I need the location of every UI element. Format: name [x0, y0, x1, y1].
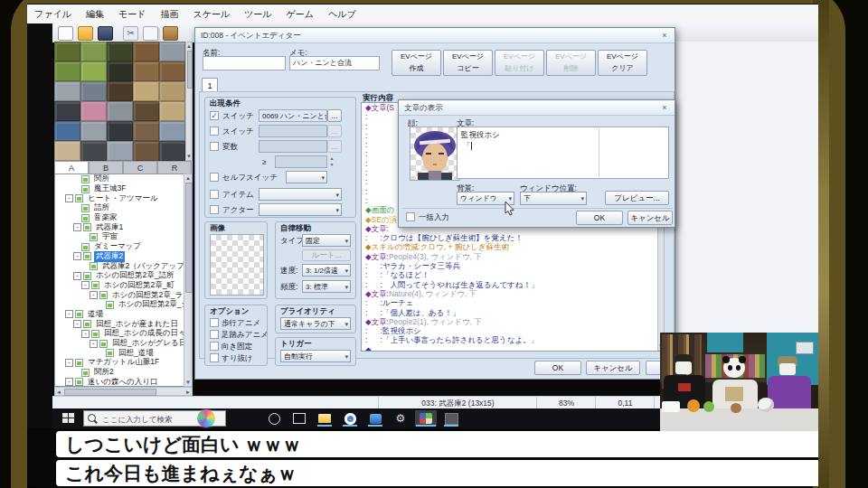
map-tile[interactable] [159, 42, 185, 61]
cancel-button[interactable]: キャンセル [627, 211, 673, 225]
selfswitch-checkbox[interactable] [210, 173, 219, 182]
event-command-row[interactable]: ◆ [362, 345, 664, 352]
switch1-checkbox[interactable]: ✓ [210, 111, 219, 120]
name-input[interactable] [203, 56, 286, 70]
event-command-row[interactable]: : :ルーチェ [362, 298, 664, 307]
tree-expander-icon[interactable]: - [65, 378, 73, 386]
scroll-down-icon[interactable]: ▼ [184, 379, 192, 386]
tree-expander-icon[interactable]: - [65, 310, 73, 318]
route-button[interactable]: ルート... [302, 249, 351, 261]
palette-tab-c[interactable]: C [123, 161, 157, 174]
map-tree-item[interactable]: -ヒート・アツマール [55, 193, 184, 203]
map-tree-item[interactable]: ホシの回想第2章_シータの [55, 300, 184, 310]
map-tile[interactable] [54, 42, 80, 61]
menu-item[interactable]: ツール [237, 8, 278, 21]
event-command-row[interactable]: ◆文章:People4(3), ウィンドウ, 下 [362, 252, 664, 261]
switch2-checkbox[interactable] [210, 127, 219, 136]
start-button[interactable] [58, 411, 80, 426]
dark-app-icon[interactable] [440, 410, 462, 427]
menu-item[interactable]: モード [111, 8, 153, 21]
variable-value[interactable] [259, 140, 327, 153]
map-tree-item[interactable]: -武器庫1 [55, 222, 184, 232]
map-tile[interactable] [80, 141, 107, 161]
map-tile[interactable] [159, 141, 185, 161]
menu-item[interactable]: ファイル [27, 8, 79, 21]
page-tab-1[interactable]: 1 [202, 78, 218, 92]
new-file-icon[interactable] [58, 26, 73, 41]
priority-select[interactable]: 通常キャラの下 [280, 317, 351, 330]
trigger-select[interactable]: 自動実行 [280, 350, 351, 362]
map-tile[interactable] [80, 121, 107, 141]
map-tile[interactable] [133, 141, 159, 161]
tree-scrollbar[interactable]: ▲ ▼ [184, 174, 193, 387]
batch-entry-checkbox[interactable] [406, 212, 415, 221]
rpg-maker-icon[interactable] [415, 410, 437, 427]
menu-item[interactable]: スケール [185, 8, 237, 21]
settings-gear-icon[interactable]: ⚙ [390, 410, 411, 427]
event-command-row[interactable]: : :ヤラカ・シータ三等兵 [362, 261, 664, 270]
selfswitch-select[interactable] [286, 171, 327, 183]
map-tile[interactable] [133, 81, 159, 101]
fix-direction-checkbox[interactable] [210, 342, 219, 351]
cortana-icon[interactable] [263, 410, 285, 427]
walk-anim-checkbox[interactable] [210, 318, 219, 327]
event-command-row[interactable]: : :監視役ホシ [362, 326, 664, 335]
event-image-box[interactable] [210, 234, 264, 296]
map-tile[interactable] [107, 101, 133, 121]
spinner-icon[interactable]: ▲▼ [327, 155, 336, 168]
tile-palette[interactable] [54, 42, 185, 161]
event-command-row[interactable]: ◆スキルの増減:クロウ, + 腕ひしぎ蘇生術 [362, 242, 664, 251]
map-tile[interactable] [107, 121, 133, 141]
map-tree-item[interactable]: 詰所 [55, 203, 184, 213]
tree-expander-icon[interactable]: - [73, 320, 81, 328]
tree-expander-icon[interactable]: - [73, 272, 81, 280]
map-tile[interactable] [107, 81, 133, 101]
palette-tab-a[interactable]: A [54, 161, 89, 174]
tree-hscrollbar[interactable]: ◄ ► [54, 387, 193, 396]
event-command-row[interactable]: ◆文章:People2(1), ウィンドウ, 下 [362, 317, 664, 326]
through-checkbox[interactable] [210, 353, 219, 362]
open-folder-icon[interactable] [78, 26, 93, 41]
task-view-icon[interactable] [288, 410, 310, 427]
palette-tab-b[interactable]: B [89, 161, 123, 174]
chrome-icon[interactable] [339, 410, 361, 427]
map-tile[interactable] [107, 42, 133, 61]
map-tree[interactable]: 関所魔王城3F-ヒート・アツマール詰所音楽家-武器庫1宇宙ダミーマップ-武器庫2… [54, 174, 184, 387]
step-anim-checkbox[interactable] [210, 330, 219, 339]
map-tile[interactable] [133, 42, 159, 61]
scroll-up-icon[interactable]: ▲ [184, 174, 192, 182]
ev-page-button[interactable]: EVページ 貼り付け [495, 50, 544, 76]
ev-page-button[interactable]: EVページ クリア [598, 50, 647, 76]
map-tile[interactable] [54, 101, 80, 121]
scroll-right-icon[interactable]: ► [184, 389, 192, 396]
map-tile[interactable] [80, 101, 107, 121]
file-explorer-icon[interactable] [314, 410, 335, 427]
close-icon[interactable]: × [658, 30, 671, 41]
map-tile[interactable] [54, 121, 80, 141]
tree-expander-icon[interactable]: - [90, 340, 98, 348]
map-tile[interactable] [54, 61, 80, 81]
ok-button[interactable]: OK [576, 211, 623, 225]
movement-type-select[interactable]: 固定 [302, 234, 351, 247]
map-tile[interactable] [159, 121, 185, 141]
scroll-down-icon[interactable]: ▼ [186, 153, 192, 160]
item-checkbox[interactable] [210, 190, 219, 199]
save-icon[interactable] [98, 26, 113, 41]
movement-speed-select[interactable]: 3: 1/2倍速 [302, 264, 351, 277]
map-tile[interactable] [80, 42, 107, 61]
switch1-more-button[interactable]: ... [327, 109, 342, 122]
variable-more-button[interactable]: ... [327, 140, 342, 153]
map-tile[interactable] [159, 101, 185, 121]
map-tile[interactable] [54, 141, 80, 161]
scroll-left-icon[interactable]: ◄ [55, 389, 62, 396]
actor-select[interactable] [259, 203, 342, 216]
message-textarea[interactable]: 監視役ホシ 「 [457, 127, 669, 179]
menu-item[interactable]: 描画 [153, 8, 185, 21]
palette-scrollbar[interactable]: ▲ ▼ [185, 42, 193, 161]
switch2-value[interactable] [259, 125, 327, 137]
event-command-row[interactable]: : :「なるほど！ [362, 270, 664, 279]
ev-page-button[interactable]: EVページ 作成 [392, 50, 441, 76]
tree-expander-icon[interactable]: - [81, 330, 90, 338]
map-tree-item[interactable]: -迷いの森への入り口 [55, 377, 184, 387]
blue-app-icon[interactable] [364, 410, 386, 427]
